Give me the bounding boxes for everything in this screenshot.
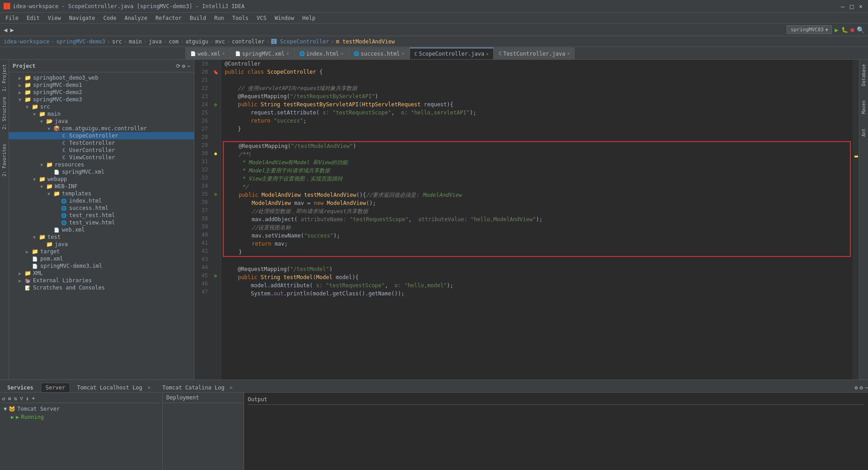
breadcrumb-item-src[interactable]: src: [112, 38, 122, 45]
bottom-tab-tomcat-catalina[interactable]: Tomcat Catalina Log ×: [157, 383, 238, 392]
breadcrumb-item-atguigu[interactable]: atguigu: [185, 38, 208, 45]
menu-refactor[interactable]: Refactor: [152, 14, 185, 22]
sidebar-item-test[interactable]: ▼ 📁 test: [9, 233, 194, 241]
settings-icon[interactable]: ⚙: [854, 385, 858, 391]
menu-build[interactable]: Build: [186, 14, 210, 22]
menu-analyze[interactable]: Analyze: [121, 14, 151, 22]
tab-indexhtml-close[interactable]: ×: [341, 51, 344, 56]
sidebar-item-webinf[interactable]: ▼ 📁 WEB-INF: [9, 183, 194, 190]
sidebar-item-scope-controller[interactable]: C ScopeController: [9, 132, 194, 139]
search-everywhere-button[interactable]: 🔍: [857, 26, 864, 33]
project-tool-button[interactable]: 1: Project: [1, 62, 8, 94]
menu-file[interactable]: File: [2, 14, 22, 22]
sidebar-item-webxml[interactable]: 📄 web.xml: [9, 226, 194, 233]
server-tree-tomcat[interactable]: ▼ 🐱 Tomcat Server: [2, 405, 160, 413]
close-button[interactable]: ×: [857, 3, 864, 10]
code-editor[interactable]: @Controller public class ScopeController…: [221, 60, 853, 380]
menu-navigate[interactable]: Navigate: [66, 14, 99, 22]
nav-forward-button[interactable]: ▶: [10, 26, 14, 33]
tab-successhtml[interactable]: 🌐 success.html ×: [349, 47, 410, 59]
sidebar-item-index-html[interactable]: 🌐 index.html: [9, 197, 194, 204]
sidebar-item-springmvc-demo2[interactable]: ▶ 📁 springMVC-demo2: [9, 89, 194, 96]
sidebar-item-java-main[interactable]: ▼ 📂 java: [9, 118, 194, 125]
maven-tool-button[interactable]: Maven: [860, 98, 867, 117]
align-icon[interactable]: ≡: [8, 395, 11, 402]
menu-run[interactable]: Run: [211, 14, 228, 22]
menu-help[interactable]: Help: [299, 14, 319, 22]
tab-testcontroller[interactable]: C TestController.java ×: [494, 47, 575, 59]
tab-successhtml-close[interactable]: ×: [402, 51, 405, 56]
add-server-button[interactable]: +: [32, 395, 35, 402]
nav-back-button[interactable]: ◀: [4, 26, 7, 33]
scroll-icon[interactable]: ↕: [26, 395, 29, 402]
sidebar-item-springmvc-demo1[interactable]: ▶ 📁 springMVC-demo1: [9, 81, 194, 89]
tab-indexhtml[interactable]: 🌐 index.html ×: [294, 47, 349, 59]
sort-icon[interactable]: ⇅: [14, 395, 17, 402]
editor-content[interactable]: 19 20 🔖 21 22 23: [194, 60, 859, 380]
settings-icon[interactable]: ⚙: [182, 63, 185, 69]
sidebar-item-test-controller[interactable]: C TestController: [9, 139, 194, 147]
structure-tool-button[interactable]: 2: Structure: [1, 94, 8, 132]
tab-close-icon[interactable]: ×: [147, 385, 151, 391]
breadcrumb-item-main[interactable]: main: [129, 38, 142, 45]
menu-vcs[interactable]: VCS: [253, 14, 270, 22]
sidebar-item-external-libraries[interactable]: ▶ 📚 External Libraries: [9, 277, 194, 284]
debug-button[interactable]: 🐛: [841, 27, 848, 33]
menu-tools[interactable]: Tools: [229, 14, 252, 22]
breadcrumb-item-module[interactable]: springMVC-demo3: [56, 38, 105, 45]
sidebar-item-package[interactable]: ▼ 📦 com.atguigu.mvc.controller: [9, 125, 194, 132]
sidebar-item-test-view-html[interactable]: 🌐 test_view.html: [9, 219, 194, 226]
filter-icon[interactable]: ▽: [20, 395, 23, 402]
tab-scopecontroller-close[interactable]: ×: [486, 52, 489, 57]
sidebar-item-templates[interactable]: ▼ 📁 templates: [9, 190, 194, 197]
scrollbar-marks[interactable]: [853, 60, 859, 380]
gear-icon[interactable]: ⚙: [860, 385, 863, 391]
maximize-button[interactable]: □: [848, 3, 855, 10]
tab-webxml[interactable]: 📄 web.xml ×: [185, 47, 230, 59]
favorites-tool-button[interactable]: 2: Favorites: [1, 141, 8, 179]
sidebar-item-springboot-demo3-web[interactable]: ▶ 📁 springboot_demo3_web: [9, 74, 194, 81]
sidebar-item-main[interactable]: ▼ 📁 main: [9, 110, 194, 118]
breadcrumb-item-mvc[interactable]: mvc: [215, 38, 225, 45]
breadcrumb-item-com[interactable]: com: [169, 38, 179, 45]
output-tab-label[interactable]: Output: [248, 394, 864, 405]
breadcrumb-item-java[interactable]: java: [149, 38, 162, 45]
tab-springmvcxml-close[interactable]: ×: [287, 51, 289, 56]
sidebar-item-springmvc-xml[interactable]: 📄 springMVC.xml: [9, 168, 194, 176]
menu-code[interactable]: Code: [100, 14, 120, 22]
sidebar-item-test-rest-html[interactable]: 🌐 test_rest.html: [9, 212, 194, 219]
server-tree-running[interactable]: ▶ ▶ Running: [2, 413, 160, 421]
sync-icon[interactable]: ⟳: [176, 63, 180, 69]
sidebar-item-scratches[interactable]: 📝 Scratches and Consoles: [9, 284, 194, 291]
tab-scopecontroller[interactable]: C ScopeController.java ×: [410, 47, 494, 59]
database-tool-button[interactable]: Database: [860, 62, 867, 89]
sidebar-item-target[interactable]: ▶ 📁 target: [9, 248, 194, 255]
breadcrumb-item-method[interactable]: m testModelAndView: [336, 38, 395, 45]
menu-view[interactable]: View: [44, 14, 65, 22]
close-panel-icon[interactable]: −: [865, 385, 868, 391]
breadcrumb-item-class[interactable]: 🅲 ScopeController: [271, 38, 329, 45]
ant-tool-button[interactable]: Ant: [860, 126, 867, 139]
tab-webxml-close[interactable]: ×: [222, 51, 225, 56]
collapse-icon[interactable]: −: [187, 63, 190, 69]
sidebar-item-webapp[interactable]: ▼ 📁 webapp: [9, 176, 194, 183]
restart-server-button[interactable]: ↺: [2, 395, 5, 402]
sidebar-item-resources[interactable]: ▼ 📁 resources: [9, 161, 194, 168]
sidebar-item-java-test[interactable]: 📁 java: [9, 241, 194, 248]
sidebar-item-xml[interactable]: ▶ 📁 XML: [9, 270, 194, 277]
bottom-tab-tomcat-localhost[interactable]: Tomcat Localhost Log ×: [72, 383, 156, 392]
tab-close-icon[interactable]: ×: [230, 385, 233, 391]
sidebar-item-src[interactable]: ▼ 📁 src: [9, 103, 194, 110]
services-panel-title[interactable]: Services: [4, 383, 37, 392]
menu-window[interactable]: Window: [271, 14, 297, 22]
sidebar-item-pom-xml[interactable]: 📄 pom.xml: [9, 255, 194, 262]
sidebar-item-success-html[interactable]: 🌐 success.html: [9, 204, 194, 212]
deployment-tab[interactable]: Deployment: [163, 393, 244, 403]
sidebar-item-springmvc-demo3[interactable]: ▼ 📁 springMVC-demo3: [9, 96, 194, 103]
minimize-button[interactable]: —: [839, 3, 846, 10]
breadcrumb-item-controller[interactable]: controller: [232, 38, 264, 45]
tab-springmvcxml[interactable]: 📄 springMVC.xml ×: [230, 47, 294, 59]
sidebar-item-view-controller[interactable]: C ViewController: [9, 154, 194, 161]
bottom-tab-server[interactable]: Server: [41, 383, 70, 392]
breadcrumb-item-workspace[interactable]: idea-workspace: [4, 38, 49, 45]
